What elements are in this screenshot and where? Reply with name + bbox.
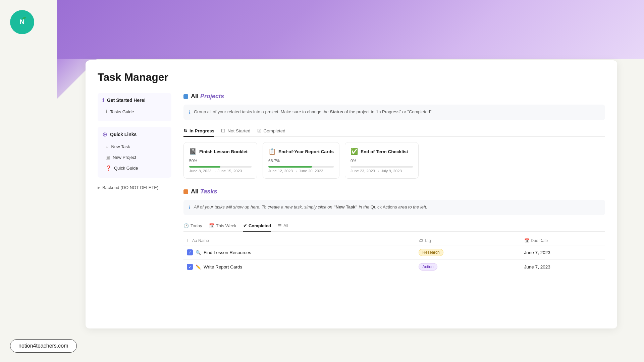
- sidebar-item-new-project[interactable]: ▣ New Project: [102, 152, 167, 162]
- tab-this-week[interactable]: 📅 This Week: [209, 221, 236, 232]
- tab-today[interactable]: 🕐 Today: [183, 221, 202, 232]
- sidebar: ℹ Get Started Here! ℹ Tasks Guide ⊕ Quic…: [98, 93, 171, 316]
- project-card-lesson-booklet[interactable]: 📓 Finish Lesson Booklet 50% June 8, 2023…: [183, 142, 257, 179]
- lesson-booklet-percent: 50%: [189, 159, 252, 163]
- completed-projects-label: Completed: [264, 128, 285, 133]
- term-checklist-icon: ✅: [351, 148, 358, 155]
- get-started-title: Get Started Here!: [107, 98, 146, 103]
- get-started-section: ℹ Get Started Here! ℹ Tasks Guide: [98, 93, 171, 121]
- report-cards-dates: June 12, 2023 → June 20, 2023: [268, 169, 334, 173]
- task-prefix-icon-2: ✏️: [196, 264, 201, 269]
- report-cards-progress-bar: [268, 166, 334, 168]
- header-background: [57, 0, 644, 59]
- tasks-table: ☐ Aa Name 🏷 Tag: [183, 236, 605, 274]
- tasks-info-box: ℹ All of your tasks will show up here. T…: [183, 200, 605, 215]
- col-name-header: Aa Name: [192, 238, 209, 243]
- tab-completed-projects[interactable]: ☑ Completed: [257, 125, 285, 137]
- col-tag-header: Tag: [424, 238, 431, 243]
- term-checklist-title: End of Term Checklist: [361, 149, 408, 154]
- project-card-term-checklist[interactable]: ✅ End of Term Checklist 0% June 23, 2023…: [345, 142, 419, 179]
- projects-info-box: ℹ Group all of your related tasks into a…: [183, 105, 605, 120]
- triangle-icon: ▶: [98, 186, 100, 189]
- new-task-label: New Task: [111, 144, 130, 149]
- new-task-icon: ○: [106, 144, 108, 149]
- page-title: Task Manager: [98, 71, 605, 83]
- all-tasks-icon: ☰: [278, 223, 282, 228]
- tab-completed-tasks[interactable]: ✔ Completed: [243, 221, 271, 232]
- task-date-1: June 7, 2023: [524, 250, 550, 255]
- sidebar-item-new-task[interactable]: ○ New Task: [102, 141, 167, 152]
- tasks-section: All Tasks ℹ All of your tasks will show …: [183, 188, 605, 274]
- task-name-2: Write Report Cards: [204, 264, 242, 269]
- term-checklist-progress-bar: [351, 166, 413, 168]
- completed-tasks-label: Completed: [249, 223, 271, 228]
- info-icon: ℹ: [102, 97, 104, 103]
- task-prefix-icon-1: 🔍: [196, 250, 201, 255]
- task-date-2: June 7, 2023: [524, 264, 550, 269]
- table-row: ✓ ✏️ Write Report Cards Action June 7, 2…: [183, 260, 605, 274]
- tasks-tabs: 🕐 Today 📅 This Week ✔ Completed ☰ All: [183, 221, 605, 232]
- tab-all-tasks[interactable]: ☰ All: [278, 221, 288, 232]
- tasks-info-icon: ℹ: [189, 204, 191, 211]
- task-name-cell-2: ✓ ✏️ Write Report Cards: [187, 264, 412, 270]
- in-progress-label: In Progress: [190, 128, 214, 133]
- report-cards-progress-fill: [268, 166, 312, 168]
- table-row: ✓ 🔍 Find Lesson Resources Research June …: [183, 245, 605, 260]
- tasks-dot: [183, 189, 188, 194]
- tab-not-started[interactable]: ☐ Not Started: [221, 125, 250, 137]
- today-label: Today: [191, 223, 202, 228]
- website-footer: notion4teachers.com: [10, 339, 77, 353]
- project-card-report-cards[interactable]: 📋 End-of-Year Report Cards 66.7% June 12…: [263, 142, 339, 179]
- tasks-section-header: All Tasks: [183, 188, 605, 195]
- tasks-info-text: All of your tasks will show up here. To …: [194, 204, 427, 210]
- task-tag-1: Research: [419, 249, 443, 256]
- not-started-icon: ☐: [221, 128, 225, 133]
- lesson-booklet-progress-fill: [189, 166, 220, 168]
- in-progress-icon: ↻: [183, 128, 187, 133]
- projects-section: All Projects ℹ Group all of your related…: [183, 93, 605, 179]
- this-week-icon: 📅: [209, 223, 214, 228]
- completed-projects-icon: ☑: [257, 128, 262, 133]
- term-checklist-percent: 0%: [351, 159, 413, 163]
- report-cards-percent: 66.7%: [268, 159, 334, 163]
- quick-guide-label: Quick Guide: [114, 166, 138, 171]
- app-logo: N: [10, 10, 34, 34]
- lesson-booklet-title: Finish Lesson Booklet: [199, 149, 248, 154]
- task-tag-2: Action: [419, 263, 437, 270]
- plus-icon: ⊕: [102, 131, 107, 138]
- tab-in-progress[interactable]: ↻ In Progress: [183, 125, 214, 137]
- lesson-booklet-dates: June 8, 2023 → June 15, 2023: [189, 169, 252, 173]
- quick-links-header: ⊕ Quick Links: [102, 131, 167, 138]
- tasks-guide-label: Tasks Guide: [110, 109, 134, 114]
- task-name-1: Find Lesson Resources: [204, 250, 251, 255]
- not-started-label: Not Started: [227, 128, 250, 133]
- task-check-1[interactable]: ✓: [187, 249, 193, 255]
- task-check-2[interactable]: ✓: [187, 264, 193, 270]
- projects-info-text: Group all of your related tasks into a p…: [194, 109, 433, 115]
- projects-tabs: ↻ In Progress ☐ Not Started ☑ Completed: [183, 125, 605, 137]
- get-started-header: ℹ Get Started Here!: [102, 97, 167, 103]
- quick-links-section: ⊕ Quick Links ○ New Task ▣ New Project ❓…: [98, 127, 171, 178]
- backend-label: Backend (DO NOT DELETE): [102, 185, 158, 190]
- lesson-booklet-progress-bar: [189, 166, 252, 168]
- main-panel: Task Manager ℹ Get Started Here! ℹ Tasks…: [86, 60, 617, 328]
- this-week-label: This Week: [216, 223, 236, 228]
- today-icon: 🕐: [183, 223, 189, 228]
- projects-info-icon: ℹ: [189, 109, 191, 116]
- sidebar-item-tasks-guide[interactable]: ℹ Tasks Guide: [102, 107, 167, 117]
- sidebar-item-quick-guide[interactable]: ❓ Quick Guide: [102, 163, 167, 173]
- project-cards: 📓 Finish Lesson Booklet 50% June 8, 2023…: [183, 142, 605, 179]
- sidebar-item-backend[interactable]: ▶ Backend (DO NOT DELETE): [98, 183, 171, 192]
- term-checklist-dates: June 23, 2023 → July 9, 2023: [351, 169, 413, 173]
- tasks-guide-icon: ℹ: [106, 109, 107, 114]
- all-tasks-label: All: [283, 223, 288, 228]
- projects-section-header: All Projects: [183, 93, 605, 100]
- new-project-label: New Project: [113, 155, 136, 160]
- report-cards-icon: 📋: [268, 148, 276, 155]
- col-checkbox-header: ☐: [187, 238, 191, 243]
- quick-guide-icon: ❓: [106, 165, 111, 171]
- completed-tasks-icon: ✔: [243, 223, 247, 228]
- col-date-icon: 📅: [524, 238, 529, 243]
- lesson-booklet-icon: 📓: [189, 148, 197, 155]
- website-badge: notion4teachers.com: [10, 339, 77, 353]
